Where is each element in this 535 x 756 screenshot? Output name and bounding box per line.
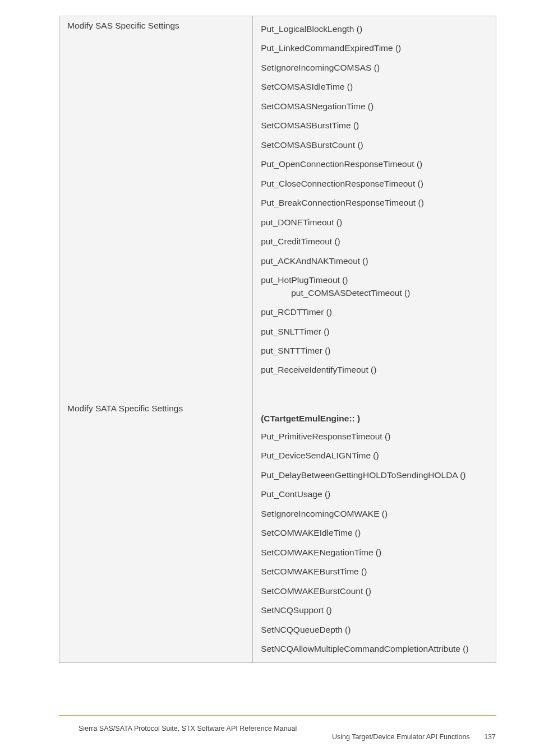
func-item: put_RCDTTimer () [261,303,490,322]
func-item: put_ReceiveIdentifyTimeout () [261,360,490,379]
func-item: Put_LogicalBlockLength () [261,20,490,39]
page-number: 137 [484,733,496,741]
func-item: Put_LinkedCommandExpiredTime () [261,39,490,58]
footer-left-text: Sierra SAS/SATA Protocol Suite, STX Soft… [79,725,297,732]
func-item: Put_ContUsage () [261,485,490,504]
func-item: SetCOMWAKENegationTime () [261,543,490,562]
func-item-indented: put_COMSASDetectTimeout () [261,287,490,303]
func-item: SetCOMWAKEBurstTime () [261,562,490,581]
func-item: Put_DeviceSendALIGNTime () [261,446,490,465]
func-item: Put_BreakConnectionResponseTimeout () [261,193,490,212]
sata-heading: (CTartgetEmulEngine:: ) [261,410,490,427]
func-item: put_HotPlugTimeout () [261,271,490,286]
row-sata-settings: Modify SATA Specific Settings (CTartgetE… [59,399,496,662]
func-item: put_SNTTTimer () [261,341,490,360]
func-item: SetNCQAllowMultipleCommandCompletionAttr… [261,639,490,658]
label-sas: Modify SAS Specific Settings [59,16,252,34]
footer-right: Using Target/Device Emulator API Functio… [332,733,496,741]
func-item: put_CreditTimeout () [261,232,490,251]
func-item: SetNCQQueueDepth () [261,620,490,639]
footer-rule [59,715,496,716]
func-item: Put_CloseConnectionResponseTimeout () [261,174,490,193]
func-item: SetCOMSASBurstCount () [261,136,490,155]
func-item: Put_DelayBetweenGettingHOLDToSendingHOLD… [261,466,490,485]
func-item: put_DONETimeout () [261,213,490,232]
func-item: SetCOMWAKEBurstCount () [261,582,490,601]
func-item: SetCOMSASNegationTime () [261,97,490,116]
footer-right-text: Using Target/Device Emulator API Functio… [332,733,470,741]
func-item: put_SNLTTimer () [261,322,490,341]
func-item: SetNCQSupport () [261,601,490,620]
func-item: SetCOMSASIdleTime () [261,77,490,96]
func-item: Put_PrimitiveResponseTimeout () [261,427,490,446]
func-item: SetIgnoreIncomingCOMWAKE () [261,504,490,523]
func-item: Put_OpenConnectionResponseTimeout () [261,155,490,174]
row-sas-settings: Modify SAS Specific Settings Put_Logical… [59,16,496,383]
sas-func-list: Put_LogicalBlockLength () Put_LinkedComm… [253,16,496,383]
label-sata: Modify SATA Specific Settings [59,399,252,417]
func-item: SetCOMWAKEIdleTime () [261,523,490,542]
func-item: SetIgnoreIncomingCOMSAS () [261,58,490,77]
func-item: SetCOMSASBurstTime () [261,116,490,135]
api-table: Modify SAS Specific Settings Put_Logical… [59,16,496,663]
func-item: put_ACKAndNAKTimeout () [261,252,490,271]
spacer-row [59,383,496,399]
sata-func-list: (CTartgetEmulEngine:: ) Put_PrimitiveRes… [253,399,496,662]
